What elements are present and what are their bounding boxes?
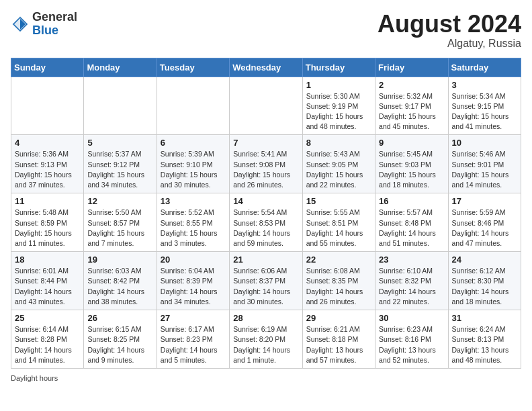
table-row: 29Sunrise: 6:21 AM Sunset: 8:18 PM Dayli…: [302, 310, 375, 369]
table-row: 4Sunrise: 5:36 AM Sunset: 9:13 PM Daylig…: [11, 135, 84, 193]
table-row: 1Sunrise: 5:30 AM Sunset: 9:19 PM Daylig…: [302, 77, 375, 135]
header-monday: Monday: [84, 58, 157, 77]
table-row: 16Sunrise: 5:57 AM Sunset: 8:48 PM Dayli…: [375, 193, 448, 252]
week-row-4: 18Sunrise: 6:01 AM Sunset: 8:44 PM Dayli…: [11, 252, 521, 310]
day-info: Sunrise: 6:12 AM Sunset: 8:30 PM Dayligh…: [452, 266, 517, 307]
day-number: 31: [452, 313, 517, 323]
logo-icon: [11, 15, 30, 34]
table-row: 13Sunrise: 5:52 AM Sunset: 8:55 PM Dayli…: [157, 193, 229, 252]
day-number: 3: [452, 80, 517, 90]
day-number: 14: [233, 196, 298, 206]
day-number: 28: [233, 313, 298, 323]
table-row: 23Sunrise: 6:10 AM Sunset: 8:32 PM Dayli…: [375, 252, 448, 310]
day-info: Sunrise: 5:30 AM Sunset: 9:19 PM Dayligh…: [306, 91, 371, 132]
day-info: Sunrise: 5:54 AM Sunset: 8:53 PM Dayligh…: [233, 208, 298, 248]
day-number: 19: [87, 255, 152, 265]
day-info: Sunrise: 6:23 AM Sunset: 8:16 PM Dayligh…: [379, 324, 444, 365]
day-number: 8: [306, 138, 371, 148]
table-row: 30Sunrise: 6:23 AM Sunset: 8:16 PM Dayli…: [375, 310, 448, 369]
location: Algatuy, Russia: [378, 38, 521, 50]
day-number: 20: [161, 255, 226, 265]
day-number: 6: [161, 138, 226, 148]
logo-text: General Blue: [32, 11, 77, 38]
day-info: Sunrise: 6:10 AM Sunset: 8:32 PM Dayligh…: [379, 266, 444, 307]
month-year: August 2024: [378, 11, 521, 38]
day-number: 12: [87, 196, 152, 206]
day-number: 13: [161, 196, 226, 206]
table-row: 2Sunrise: 5:32 AM Sunset: 9:17 PM Daylig…: [375, 77, 448, 135]
day-number: 24: [452, 255, 517, 265]
day-number: 25: [15, 313, 80, 323]
day-info: Sunrise: 6:03 AM Sunset: 8:42 PM Dayligh…: [87, 266, 152, 307]
day-number: 18: [15, 255, 80, 265]
table-row: 15Sunrise: 5:55 AM Sunset: 8:51 PM Dayli…: [302, 193, 375, 252]
header-saturday: Saturday: [448, 58, 521, 77]
day-number: 15: [306, 196, 371, 206]
table-row: [11, 77, 84, 135]
table-row: 21Sunrise: 6:06 AM Sunset: 8:37 PM Dayli…: [230, 252, 302, 310]
table-row: 28Sunrise: 6:19 AM Sunset: 8:20 PM Dayli…: [230, 310, 302, 369]
table-row: 22Sunrise: 6:08 AM Sunset: 8:35 PM Dayli…: [302, 252, 375, 310]
day-info: Sunrise: 6:15 AM Sunset: 8:25 PM Dayligh…: [87, 324, 152, 365]
day-info: Sunrise: 6:21 AM Sunset: 8:18 PM Dayligh…: [306, 324, 371, 365]
weekday-header-row: Sunday Monday Tuesday Wednesday Thursday…: [11, 58, 521, 77]
table-row: 31Sunrise: 6:24 AM Sunset: 8:13 PM Dayli…: [448, 310, 521, 369]
calendar-table: Sunday Monday Tuesday Wednesday Thursday…: [11, 58, 521, 369]
day-info: Sunrise: 6:06 AM Sunset: 8:37 PM Dayligh…: [233, 266, 298, 307]
day-number: 29: [306, 313, 371, 323]
day-number: 16: [379, 196, 444, 206]
header-tuesday: Tuesday: [157, 58, 229, 77]
table-row: 27Sunrise: 6:17 AM Sunset: 8:23 PM Dayli…: [157, 310, 229, 369]
table-row: [84, 77, 157, 135]
day-info: Sunrise: 5:57 AM Sunset: 8:48 PM Dayligh…: [379, 208, 444, 248]
table-row: 24Sunrise: 6:12 AM Sunset: 8:30 PM Dayli…: [448, 252, 521, 310]
day-number: 10: [452, 138, 517, 148]
day-info: Sunrise: 5:36 AM Sunset: 9:13 PM Dayligh…: [15, 149, 80, 190]
table-row: 9Sunrise: 5:45 AM Sunset: 9:03 PM Daylig…: [375, 135, 448, 193]
day-number: 5: [87, 138, 152, 148]
day-info: Sunrise: 6:17 AM Sunset: 8:23 PM Dayligh…: [161, 324, 226, 365]
week-row-1: 1Sunrise: 5:30 AM Sunset: 9:19 PM Daylig…: [11, 77, 521, 135]
footer: Daylight hours: [11, 374, 521, 382]
day-number: 21: [233, 255, 298, 265]
day-number: 9: [379, 138, 444, 148]
table-row: 19Sunrise: 6:03 AM Sunset: 8:42 PM Dayli…: [84, 252, 157, 310]
day-info: Sunrise: 5:37 AM Sunset: 9:12 PM Dayligh…: [87, 149, 152, 190]
day-info: Sunrise: 5:59 AM Sunset: 8:46 PM Dayligh…: [452, 208, 517, 248]
table-row: 10Sunrise: 5:46 AM Sunset: 9:01 PM Dayli…: [448, 135, 521, 193]
table-row: 5Sunrise: 5:37 AM Sunset: 9:12 PM Daylig…: [84, 135, 157, 193]
day-info: Sunrise: 5:46 AM Sunset: 9:01 PM Dayligh…: [452, 149, 517, 190]
day-info: Sunrise: 5:43 AM Sunset: 9:05 PM Dayligh…: [306, 149, 371, 190]
table-row: 26Sunrise: 6:15 AM Sunset: 8:25 PM Dayli…: [84, 310, 157, 369]
table-row: 6Sunrise: 5:39 AM Sunset: 9:10 PM Daylig…: [157, 135, 229, 193]
page-header: General Blue August 2024 Algatuy, Russia: [11, 11, 521, 50]
day-info: Sunrise: 5:55 AM Sunset: 8:51 PM Dayligh…: [306, 208, 371, 248]
title-block: August 2024 Algatuy, Russia: [378, 11, 521, 50]
day-info: Sunrise: 5:45 AM Sunset: 9:03 PM Dayligh…: [379, 149, 444, 190]
day-info: Sunrise: 5:34 AM Sunset: 9:15 PM Dayligh…: [452, 91, 517, 132]
day-number: 27: [161, 313, 226, 323]
day-number: 2: [379, 80, 444, 90]
day-number: 23: [379, 255, 444, 265]
day-info: Sunrise: 5:41 AM Sunset: 9:08 PM Dayligh…: [233, 149, 298, 190]
table-row: [157, 77, 229, 135]
week-row-3: 11Sunrise: 5:48 AM Sunset: 8:59 PM Dayli…: [11, 193, 521, 252]
day-info: Sunrise: 6:14 AM Sunset: 8:28 PM Dayligh…: [15, 324, 80, 365]
day-number: 26: [87, 313, 152, 323]
table-row: 7Sunrise: 5:41 AM Sunset: 9:08 PM Daylig…: [230, 135, 302, 193]
header-wednesday: Wednesday: [230, 58, 302, 77]
table-row: 20Sunrise: 6:04 AM Sunset: 8:39 PM Dayli…: [157, 252, 229, 310]
day-number: 22: [306, 255, 371, 265]
daylight-hours-label: Daylight hours: [11, 374, 58, 382]
table-row: 12Sunrise: 5:50 AM Sunset: 8:57 PM Dayli…: [84, 193, 157, 252]
day-number: 17: [452, 196, 517, 206]
table-row: 11Sunrise: 5:48 AM Sunset: 8:59 PM Dayli…: [11, 193, 84, 252]
day-number: 11: [15, 196, 80, 206]
day-info: Sunrise: 5:32 AM Sunset: 9:17 PM Dayligh…: [379, 91, 444, 132]
table-row: 25Sunrise: 6:14 AM Sunset: 8:28 PM Dayli…: [11, 310, 84, 369]
week-row-2: 4Sunrise: 5:36 AM Sunset: 9:13 PM Daylig…: [11, 135, 521, 193]
table-row: 14Sunrise: 5:54 AM Sunset: 8:53 PM Dayli…: [230, 193, 302, 252]
day-number: 7: [233, 138, 298, 148]
day-info: Sunrise: 6:19 AM Sunset: 8:20 PM Dayligh…: [233, 324, 298, 365]
table-row: 8Sunrise: 5:43 AM Sunset: 9:05 PM Daylig…: [302, 135, 375, 193]
